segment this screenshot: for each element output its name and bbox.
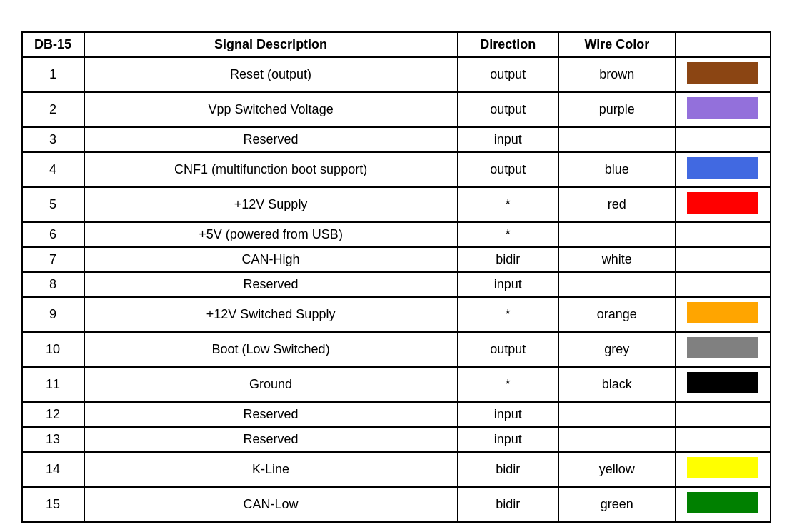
cell-wire-color: black [558, 367, 675, 402]
cell-color-swatch [676, 332, 771, 367]
table-row: 6+5V (powered from USB)* [22, 222, 771, 247]
cell-direction: * [458, 297, 559, 332]
table-row: 10Boot (Low Switched)outputgrey [22, 332, 771, 367]
cell-pin: 9 [22, 297, 84, 332]
col-header-pin: DB-15 [22, 32, 84, 57]
cell-pin: 11 [22, 367, 84, 402]
cell-color-swatch [676, 297, 771, 332]
cell-direction: output [458, 92, 559, 127]
cell-direction: input [458, 402, 559, 427]
cell-color-swatch [676, 427, 771, 452]
cell-wire-color: orange [558, 297, 675, 332]
cell-wire-color: blue [558, 152, 675, 187]
cell-wire-color: purple [558, 92, 675, 127]
col-header-swatch [676, 32, 771, 57]
cell-direction: * [458, 187, 559, 222]
table-row: 1Reset (output)outputbrown [22, 57, 771, 92]
cell-direction: bidir [458, 247, 559, 272]
col-header-signal: Signal Description [84, 32, 458, 57]
cell-color-swatch [676, 152, 771, 187]
cell-color-swatch [676, 487, 771, 522]
cell-pin: 12 [22, 402, 84, 427]
color-block [687, 62, 758, 84]
cell-direction: output [458, 332, 559, 367]
col-header-wire: Wire Color [558, 32, 675, 57]
cell-direction: * [458, 367, 559, 402]
cell-signal: Reserved [84, 427, 458, 452]
cell-color-swatch [676, 187, 771, 222]
cell-direction: bidir [458, 487, 559, 522]
table-row: 15CAN-Lowbidirgreen [22, 487, 771, 522]
cell-pin: 6 [22, 222, 84, 247]
color-block [687, 492, 758, 513]
cell-signal: Reset (output) [84, 57, 458, 92]
cell-pin: 1 [22, 57, 84, 92]
col-header-direction: Direction [458, 32, 559, 57]
table-row: 13Reservedinput [22, 427, 771, 452]
cell-pin: 5 [22, 187, 84, 222]
cell-wire-color [558, 402, 675, 427]
cell-pin: 10 [22, 332, 84, 367]
cell-wire-color [558, 222, 675, 247]
cell-pin: 7 [22, 247, 84, 272]
table-row: 9+12V Switched Supply*orange [22, 297, 771, 332]
cell-direction: output [458, 57, 559, 92]
table-row: 2Vpp Switched Voltageoutputpurple [22, 92, 771, 127]
cell-color-swatch [676, 402, 771, 427]
color-block [687, 457, 758, 478]
cell-signal: Boot (Low Switched) [84, 332, 458, 367]
cell-pin: 8 [22, 272, 84, 297]
table-row: 8Reservedinput [22, 272, 771, 297]
cell-pin: 3 [22, 127, 84, 152]
cell-color-swatch [676, 222, 771, 247]
cell-signal: Reserved [84, 402, 458, 427]
cell-signal: Ground [84, 367, 458, 402]
cell-wire-color [558, 127, 675, 152]
cell-color-swatch [676, 452, 771, 487]
cell-color-swatch [676, 57, 771, 92]
color-block [687, 337, 758, 358]
cell-signal: K-Line [84, 452, 458, 487]
cell-direction: input [458, 272, 559, 297]
table-row: 11Ground*black [22, 367, 771, 402]
cell-pin: 14 [22, 452, 84, 487]
cell-signal: Vpp Switched Voltage [84, 92, 458, 127]
table-row: 4CNF1 (multifunction boot support)output… [22, 152, 771, 187]
cell-wire-color: grey [558, 332, 675, 367]
cell-signal: Reserved [84, 127, 458, 152]
cell-direction: bidir [458, 452, 559, 487]
cell-wire-color: yellow [558, 452, 675, 487]
table-row: 7CAN-Highbidirwhite [22, 247, 771, 272]
table-row: 14K-Linebidiryellow [22, 452, 771, 487]
cell-signal: +12V Supply [84, 187, 458, 222]
cell-color-swatch [676, 272, 771, 297]
cell-color-swatch [676, 127, 771, 152]
color-block [687, 372, 758, 393]
cell-pin: 13 [22, 427, 84, 452]
cell-wire-color [558, 427, 675, 452]
color-block [687, 302, 758, 323]
cell-wire-color: white [558, 247, 675, 272]
cell-direction: input [458, 127, 559, 152]
table-row: 3Reservedinput [22, 127, 771, 152]
cell-color-swatch [676, 92, 771, 127]
table-row: 5+12V Supply*red [22, 187, 771, 222]
cell-signal: Reserved [84, 272, 458, 297]
cell-wire-color: green [558, 487, 675, 522]
cell-pin: 4 [22, 152, 84, 187]
color-block [687, 192, 758, 214]
cell-wire-color [558, 272, 675, 297]
cell-pin: 15 [22, 487, 84, 522]
cell-color-swatch [676, 367, 771, 402]
cell-direction: * [458, 222, 559, 247]
cell-signal: +5V (powered from USB) [84, 222, 458, 247]
color-block [687, 97, 758, 119]
cell-pin: 2 [22, 92, 84, 127]
cell-direction: output [458, 152, 559, 187]
cell-signal: CAN-Low [84, 487, 458, 522]
color-block [687, 157, 758, 179]
cell-wire-color: brown [558, 57, 675, 92]
cell-signal: CAN-High [84, 247, 458, 272]
table-row: 12Reservedinput [22, 402, 771, 427]
cell-color-swatch [676, 247, 771, 272]
